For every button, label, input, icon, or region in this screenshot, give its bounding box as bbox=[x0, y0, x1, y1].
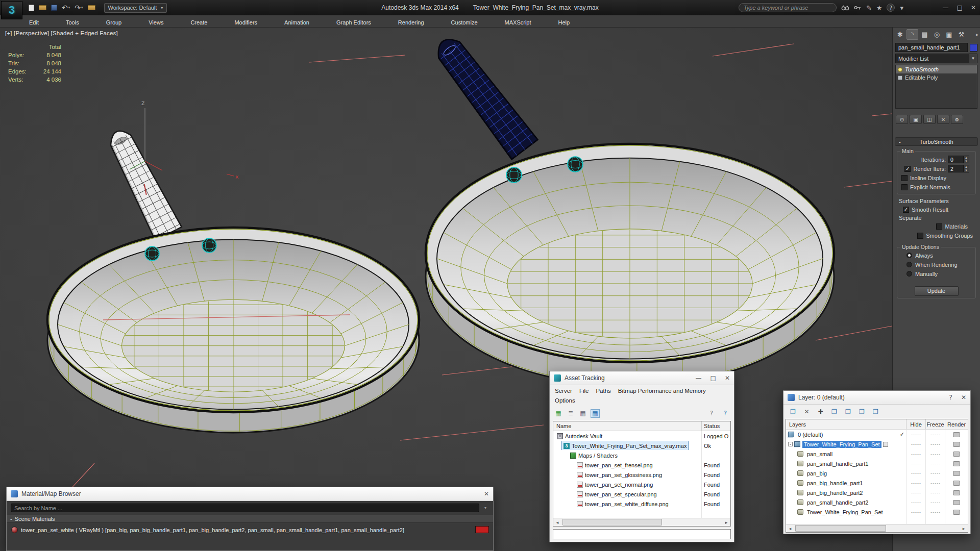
browser-options-icon[interactable]: ▾ bbox=[482, 506, 489, 510]
column-status[interactable]: Status bbox=[702, 421, 730, 431]
rollout-header[interactable]: - TurboSmooth bbox=[895, 137, 978, 146]
tab-hierarchy[interactable]: ▤ bbox=[919, 29, 930, 40]
hide-cell[interactable]: ----- bbox=[906, 461, 926, 466]
show-end-result-button[interactable]: ▣ bbox=[910, 115, 922, 124]
asset-row[interactable]: tower_pan_set_specular.pngFound bbox=[553, 489, 730, 499]
panel-expand-icon[interactable]: ▸ bbox=[976, 32, 978, 37]
maximize-icon[interactable]: □ bbox=[710, 374, 716, 382]
column-layers[interactable]: Layers bbox=[786, 419, 906, 429]
menu-bitmap-performance-and-memory[interactable]: Bitmap Performance and Memory bbox=[618, 386, 706, 396]
freeze-cell[interactable]: ----- bbox=[926, 490, 945, 495]
modifier-stack[interactable]: TurboSmoothEditable Poly bbox=[895, 65, 977, 109]
viewport-canvas[interactable]: zx bbox=[0, 28, 892, 551]
column-name[interactable]: Name bbox=[553, 421, 702, 431]
hide-cell[interactable]: ----- bbox=[906, 481, 926, 486]
menu-maxscript[interactable]: MAXScript bbox=[500, 17, 554, 27]
help-icon[interactable]: ? bbox=[721, 409, 730, 418]
star-icon[interactable]: ★ bbox=[876, 4, 883, 12]
menu-views[interactable]: Views bbox=[144, 17, 186, 27]
layer-row[interactable]: pan_small---------- bbox=[786, 449, 968, 459]
column-freeze[interactable]: Freeze bbox=[926, 419, 945, 429]
project-folder-icon[interactable] bbox=[87, 5, 96, 11]
details-view-icon[interactable]: ▦ bbox=[591, 409, 600, 418]
expander-icon[interactable]: - bbox=[788, 442, 793, 446]
layer-hscrollbar[interactable]: ◂ ▸ bbox=[786, 524, 968, 532]
render-cell[interactable] bbox=[945, 471, 968, 476]
asset-row[interactable]: 3Tower_White_Frying_Pan_Set_max_vray.max… bbox=[553, 441, 730, 450]
handle-blue[interactable] bbox=[430, 32, 538, 160]
layer-x-button[interactable] bbox=[883, 442, 888, 447]
vertex-selection[interactable] bbox=[568, 157, 583, 172]
column-render[interactable]: Render bbox=[945, 419, 968, 429]
redo-icon[interactable]: ↷▾ bbox=[74, 3, 84, 12]
object-color-swatch[interactable] bbox=[970, 44, 977, 52]
scroll-left-icon[interactable]: ◂ bbox=[786, 526, 794, 531]
help-icon[interactable]: ? bbox=[949, 394, 952, 401]
stack-item-editable-poly[interactable]: Editable Poly bbox=[896, 73, 977, 82]
layer-row[interactable]: 0 (default)✓---------- bbox=[786, 430, 968, 439]
asset-row[interactable]: tower_pan_set_frensel.pngFound bbox=[553, 460, 730, 470]
layer-row[interactable]: pan_small_handle_part2---------- bbox=[786, 497, 968, 507]
menu-modifiers[interactable]: Modifiers bbox=[230, 17, 280, 27]
asset-hscrollbar[interactable]: ◂ ▸ bbox=[553, 518, 730, 526]
hide-cell[interactable]: ----- bbox=[906, 510, 926, 515]
scroll-left-icon[interactable]: ◂ bbox=[553, 520, 561, 525]
infocenter-search-input[interactable] bbox=[739, 3, 837, 12]
menu-group[interactable]: Group bbox=[102, 17, 144, 27]
layer-row[interactable]: -Tower_White_Frying_Pan_Set---------- bbox=[786, 439, 968, 449]
tab-modify[interactable]: ◝ bbox=[906, 29, 918, 40]
asset-row[interactable]: tower_pan_set_white_diffuse.pngFound bbox=[553, 499, 730, 509]
when-rendering-radio[interactable] bbox=[906, 262, 912, 267]
scene-materials-header[interactable]: - Scene Materials bbox=[7, 515, 493, 523]
vertex-selection[interactable] bbox=[506, 167, 522, 183]
stack-item-turbosmooth[interactable]: TurboSmooth bbox=[896, 65, 977, 73]
maximize-icon[interactable]: □ bbox=[957, 4, 963, 11]
close-icon[interactable]: ✕ bbox=[484, 490, 489, 497]
set-current-layer-icon[interactable]: ❐ bbox=[843, 407, 853, 416]
smooth-result-checkbox[interactable]: ✓ bbox=[903, 207, 909, 213]
asset-row[interactable]: Autodesk VaultLogged O bbox=[553, 431, 730, 441]
freeze-cell[interactable]: ----- bbox=[926, 442, 945, 447]
vertex-selection[interactable] bbox=[202, 238, 216, 253]
layer-titlebar[interactable]: Layer: 0 (default) ? ✕ bbox=[783, 391, 970, 405]
menu-paths[interactable]: Paths bbox=[596, 386, 610, 396]
configure-modifier-sets-button[interactable]: ⚙ bbox=[951, 115, 963, 124]
update-button[interactable]: Update bbox=[915, 286, 959, 296]
material-color-swatch[interactable] bbox=[475, 526, 489, 533]
scrollbar-thumb[interactable] bbox=[795, 525, 886, 532]
material-browser-titlebar[interactable]: Material/Map Browser ✕ bbox=[7, 487, 493, 501]
hide-cell[interactable]: ----- bbox=[906, 442, 926, 447]
make-unique-button[interactable]: ◫ bbox=[923, 115, 936, 124]
menu-animation[interactable]: Animation bbox=[280, 17, 332, 27]
tab-create[interactable]: ✱ bbox=[894, 29, 906, 40]
undo-icon[interactable]: ↶▾ bbox=[61, 3, 71, 12]
layer-row[interactable]: pan_small_handle_part1---------- bbox=[786, 459, 968, 468]
asset-row[interactable]: tower_pan_set_normal.pngFound bbox=[553, 480, 730, 489]
layer-row[interactable]: Tower_White_Frying_Pan_Set---------- bbox=[786, 507, 968, 517]
new-scene-icon[interactable] bbox=[28, 4, 35, 12]
object-name-field[interactable]: pan_small_handle_part1 bbox=[895, 43, 968, 52]
close-icon[interactable]: ✕ bbox=[961, 394, 966, 401]
scroll-right-icon[interactable]: ▸ bbox=[722, 520, 730, 525]
help-icon[interactable]: ? bbox=[887, 4, 895, 12]
layer-properties-icon[interactable]: ❐ bbox=[871, 407, 880, 416]
iterations-spinner[interactable]: 0 ▲▼ bbox=[948, 156, 969, 163]
menu-server[interactable]: Server bbox=[555, 386, 572, 396]
hide-cell[interactable]: ----- bbox=[906, 432, 926, 437]
select-layer-objects-icon[interactable]: ❐ bbox=[829, 407, 839, 416]
frying-pan-big[interactable] bbox=[426, 144, 834, 386]
freeze-cell[interactable]: ----- bbox=[926, 500, 945, 505]
tab-display[interactable]: ▣ bbox=[943, 29, 955, 40]
manually-radio[interactable] bbox=[906, 271, 912, 277]
pencil-icon[interactable]: ✎ bbox=[866, 4, 872, 12]
list-view-icon[interactable]: ≣ bbox=[566, 409, 575, 418]
search-icon[interactable] bbox=[841, 5, 849, 11]
explicit-normals-checkbox[interactable] bbox=[901, 184, 908, 190]
render-cell[interactable] bbox=[945, 500, 968, 505]
material-item[interactable]: tower_pan_set_white ( VRayMtl ) [pan_big… bbox=[7, 525, 493, 535]
create-layer-icon[interactable]: ❐ bbox=[788, 407, 798, 416]
delete-layer-icon[interactable]: ✕ bbox=[802, 407, 812, 416]
asset-row[interactable]: Maps / Shaders bbox=[553, 450, 730, 460]
menu-rendering[interactable]: Rendering bbox=[394, 17, 447, 27]
asset-tracking-titlebar[interactable]: Asset Tracking — □ ✕ bbox=[550, 371, 734, 385]
